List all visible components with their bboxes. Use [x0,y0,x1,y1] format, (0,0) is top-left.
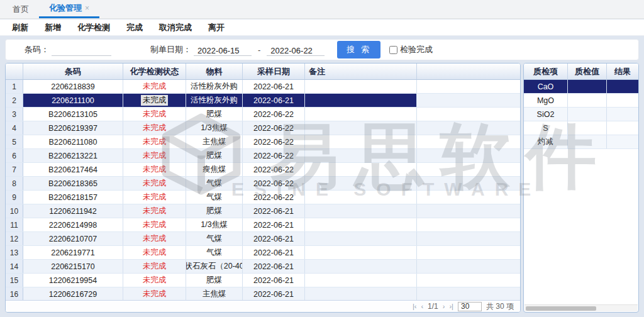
table-row[interactable]: 5 B2206211080 未完成 主焦煤 2022-06-22 [6,135,520,149]
toolbar-item[interactable]: 新增 [36,22,69,33]
table-row[interactable]: 10 12206211942 未完成 肥煤 2022-06-21 [6,204,520,218]
table-row[interactable]: 8 B2206218365 未完成 气煤 2022-06-22 [6,177,520,191]
toolbar: 刷新新增化学检测完成取消完成离开 [0,19,644,36]
table-row[interactable]: 16 12206216729 未完成 主焦煤 2022-06-21 [6,287,520,301]
row-filler [417,135,520,148]
remark-cell [305,204,417,218]
scrollbar-thumb[interactable] [526,306,596,311]
tab-home[interactable]: 首页 [3,0,39,18]
table-row[interactable]: 4 B2206219397 未完成 1/3焦煤 2022-06-22 [6,121,520,135]
date-to-input[interactable]: 2022-06-22 [267,44,325,56]
table-row[interactable]: 11 22206214998 未完成 1/3焦煤 2022-06-21 [6,218,520,232]
chem-test-status-cell: 未完成 [123,108,186,121]
qc-result-cell [607,94,638,107]
row-number-cell: 15 [6,274,23,287]
prev-page-icon[interactable]: ‹ [421,303,423,310]
table-row[interactable]: 14 2206215170 未完成 块状石灰石（20-40） 2022-06-2… [6,260,520,274]
inspection-complete-checkbox[interactable] [389,46,397,54]
barcode-input[interactable] [52,44,111,56]
status-badge: 未完成 [143,275,167,286]
status-badge: 未完成 [143,164,167,175]
lab-orders-body: 1 2206218839 未完成 活性粉灰外购 2022-06-21 2 220… [6,80,520,301]
chem-test-status-cell: 未完成 [123,149,186,162]
row-filler [417,274,520,287]
barcode-header[interactable]: 条码 [23,64,123,79]
row-number-cell: 6 [6,149,23,162]
first-page-icon[interactable]: |‹ [413,303,417,310]
remark-cell [305,218,417,231]
remark-cell [305,287,417,301]
barcode-cell: B2206218365 [23,177,123,190]
table-row[interactable]: 7 B2206217464 未完成 瘦焦煤 2022-06-22 [6,163,520,177]
material-cell: 肥煤 [186,204,243,218]
pagination-bar: |‹ ‹ 1/1 › ›| 共 30 项 [6,300,520,312]
qc-row[interactable]: SiO2 [524,108,638,121]
row-filler [417,260,520,273]
sampling-date-header[interactable]: 采样日期 [243,64,305,79]
qc-value-cell [568,108,607,121]
next-page-icon[interactable]: › [443,303,445,310]
row-filler [417,204,520,218]
qc-row[interactable]: CaO [524,80,638,94]
qc-row[interactable]: S [524,121,638,135]
page-indicator: 1/1 [428,302,438,311]
row-filler [417,121,520,135]
row-number-cell: 4 [6,121,23,135]
remark-cell [305,191,417,204]
toolbar-item[interactable]: 化学检测 [69,22,118,33]
qc-value-header[interactable]: 质检值 [568,64,607,79]
table-row[interactable]: 9 B2206218157 未完成 气煤 2022-06-22 [6,191,520,204]
qc-header-row: 质检项 质检值 结果 [524,64,638,80]
search-button[interactable]: 搜 索 [337,41,380,58]
remark-cell [305,80,417,93]
sampling-date-cell: 2022-06-22 [243,149,305,162]
close-icon[interactable]: × [85,4,89,13]
chem-test-status-header[interactable]: 化学检测状态 [123,64,186,79]
remark-header[interactable]: 备注 [305,64,417,79]
qc-result-header[interactable]: 结果 [607,64,638,79]
status-badge: 未完成 [143,247,167,258]
toolbar-item[interactable]: 离开 [200,22,233,33]
row-number-cell: 11 [6,218,23,231]
remark-cell [305,149,417,162]
table-row[interactable]: 12 22206210707 未完成 气煤 2022-06-21 [6,232,520,246]
page-size-input[interactable] [458,302,482,311]
row-number-cell: 12 [6,232,23,245]
last-page-icon[interactable]: ›| [449,303,453,310]
chem-test-status-cell: 未完成 [123,274,186,287]
material-cell: 肥煤 [186,108,243,121]
barcode-cell: 22206210707 [23,232,123,245]
remark-cell [305,274,417,287]
qc-row[interactable]: MgO [524,94,638,108]
material-cell: 气煤 [186,177,243,190]
table-row[interactable]: 2 2206211100 未完成 活性粉灰外购 2022-06-21 [6,94,520,108]
toolbar-item[interactable]: 取消完成 [151,22,200,33]
material-cell: 肥煤 [186,274,243,287]
row-number-cell: 2 [6,94,23,107]
table-row[interactable]: 13 2206219771 未完成 气煤 2022-06-21 [6,246,520,260]
qc-item-header[interactable]: 质检项 [524,64,568,79]
qc-row[interactable]: 灼减 [524,135,638,149]
order-date-label: 制单日期： [150,44,191,55]
row-filler [417,80,520,93]
sampling-date-cell: 2022-06-22 [243,177,305,190]
toolbar-item[interactable]: 刷新 [4,22,36,33]
material-cell: 块状石灰石（20-40） [186,260,243,273]
barcode-cell: 2206215170 [23,260,123,273]
material-cell: 气煤 [186,232,243,245]
barcode-cell: 12206216729 [23,287,123,301]
remark-cell [305,246,417,259]
toolbar-item[interactable]: 完成 [118,22,151,33]
horizontal-scrollbar[interactable] [525,304,638,311]
row-filler [417,191,520,204]
lab-orders-header-row: 条码 化学检测状态 物料 采样日期 备注 [6,64,520,80]
table-row[interactable]: 1 2206218839 未完成 活性粉灰外购 2022-06-21 [6,80,520,94]
qc-item-cell: CaO [524,80,568,93]
material-header[interactable]: 物料 [186,64,243,79]
row-filler [417,218,520,231]
tab-lab-management[interactable]: 化验管理 × [39,0,99,18]
table-row[interactable]: 15 12206219954 未完成 肥煤 2022-06-21 [6,274,520,287]
table-row[interactable]: 3 B2206213105 未完成 肥煤 2022-06-22 [6,108,520,121]
date-from-input[interactable]: 2022-06-15 [194,44,252,56]
table-row[interactable]: 6 B2206213221 未完成 肥煤 2022-06-22 [6,149,520,163]
